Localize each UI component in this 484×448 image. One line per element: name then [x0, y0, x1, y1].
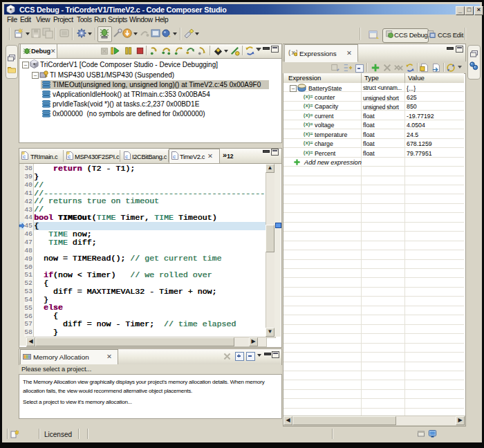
svg-text:c: c — [125, 153, 128, 160]
svg-text:c: c — [173, 153, 176, 160]
